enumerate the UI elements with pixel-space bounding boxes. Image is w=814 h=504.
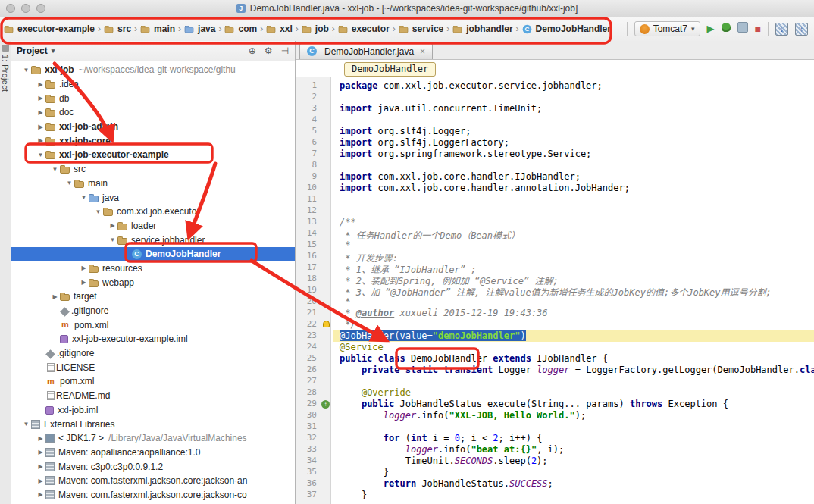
code-line-20[interactable]: 20 *	[296, 296, 814, 308]
breadcrumb-item-java[interactable]: java	[182, 22, 218, 36]
code-line-3[interactable]: 3import java.util.concurrent.TimeUnit;	[296, 103, 814, 114]
code-line-7[interactable]: 7import org.springframework.stereotype.S…	[296, 149, 814, 160]
chevron-closed-icon[interactable]: ▶	[36, 81, 45, 88]
code-line-32[interactable]: 32 for (int i = 0; i < 2; i++) {	[296, 433, 814, 444]
tree-item-maven-com-fasterxml-jackson-core-jackson-an[interactable]: ▶Maven: com.fasterxml.jackson.core:jacks…	[11, 474, 295, 488]
tree-item-com-xxl-job-executor[interactable]: ▼com.xxl.job.executor	[11, 205, 295, 219]
locate-icon[interactable]: ⊕	[249, 45, 256, 56]
breadcrumb-item-executor-example[interactable]: executor-example	[2, 22, 97, 36]
tree-item-resources[interactable]: ▶resources	[11, 261, 295, 276]
chevron-closed-icon[interactable]: ▶	[50, 293, 60, 300]
tree-item-demojobhandler[interactable]: CDemoJobHandler	[11, 247, 295, 261]
tree-item-xxl-job-core[interactable]: ▶xxl-job-core	[11, 133, 295, 148]
code-line-31[interactable]: 31	[296, 421, 814, 433]
chevron-closed-icon[interactable]: ▶	[36, 109, 45, 116]
tree-item-gitignore[interactable]: .gitignore	[11, 346, 295, 361]
tree-item-xxl-job[interactable]: ▼xxl-job~/workspaces/idea-git-workspace/…	[11, 63, 295, 77]
chevron-open-icon[interactable]: ▼	[108, 236, 117, 243]
tree-item-target[interactable]: ▶target	[11, 290, 295, 304]
tree-item-maven-c3p0-c3p0-0-9-1-2[interactable]: ▶Maven: c3p0:c3p0:0.9.1.2	[11, 459, 295, 474]
debug-button[interactable]	[722, 23, 731, 35]
code-line-27[interactable]: 27	[296, 376, 814, 387]
tree-item-xxl-job-executor-example-iml[interactable]: xxl-job-executor-example.iml	[11, 332, 295, 346]
tree-item-xxl-job-admin[interactable]: ▶xxl-job-admin	[11, 120, 295, 134]
code-line-33[interactable]: 33 logger.info("beat at:{}", i);	[296, 444, 814, 455]
project-tool-button[interactable]: 1: Project	[1, 55, 10, 92]
tree-item-external-libraries[interactable]: ▼External Libraries	[11, 417, 295, 431]
chevron-closed-icon[interactable]: ▶	[36, 435, 45, 442]
code-line-13[interactable]: 13/**	[296, 217, 814, 228]
tree-item-jdk1-7[interactable]: ▶< JDK1.7 >/Library/Java/JavaVirtualMach…	[11, 431, 295, 446]
code-line-37[interactable]: 37 }	[296, 490, 814, 501]
code-line-11[interactable]: 11	[296, 194, 814, 205]
code-line-10[interactable]: 10import com.xxl.job.core.handler.annota…	[296, 183, 814, 194]
code-line-19[interactable]: 19 * 3、加 “@JobHander” 注解, 注解value值为新增任务生…	[296, 285, 814, 296]
override-marker-icon[interactable]: ↑	[321, 400, 330, 409]
breadcrumb-item-xxl[interactable]: xxl	[264, 22, 295, 36]
run-configuration-select[interactable]: Tomcat7 ▾	[634, 21, 700, 36]
close-tab-icon[interactable]: ×	[420, 46, 425, 57]
code-line-23[interactable]: 23@JobHander(value="demoJobHandler")	[296, 330, 814, 342]
tree-item-pom-xml[interactable]: mpom.xml	[11, 318, 295, 332]
chevron-open-icon[interactable]: ▼	[64, 180, 74, 186]
vcs-commit-button[interactable]: ↑	[795, 23, 808, 36]
tree-item-loader[interactable]: ▶loader	[11, 219, 295, 233]
breadcrumb-item-main[interactable]: main	[138, 22, 177, 36]
tree-item-gitignore[interactable]: .gitignore	[11, 304, 295, 318]
editor-breadcrumb-chip[interactable]: DemoJobHandler	[344, 62, 436, 77]
code-line-18[interactable]: 18 * 2、装配到Spring, 例如加 “@Service” 注解;	[296, 274, 814, 285]
chevron-closed-icon[interactable]: ▶	[36, 463, 45, 470]
chevron-closed-icon[interactable]: ▶	[36, 124, 45, 130]
code-line-9[interactable]: 9import com.xxl.job.core.handler.IJobHan…	[296, 171, 814, 183]
code-line-24[interactable]: 24@Service	[296, 342, 814, 353]
chevron-closed-icon[interactable]: ▶	[36, 137, 45, 144]
run-button[interactable]: ▶	[707, 23, 715, 35]
chevron-open-icon[interactable]: ▼	[21, 421, 31, 427]
code-line-17[interactable]: 17 * 1、继承 “IJobHandler” ;	[296, 262, 814, 274]
code-line-21[interactable]: 21 * @author xuxueli 2015-12-19 19:43:36	[296, 308, 814, 319]
chevron-open-icon[interactable]: ▼	[93, 208, 103, 215]
chevron-closed-icon[interactable]: ▶	[108, 222, 117, 229]
project-view-select[interactable]: Project ▾	[17, 45, 55, 56]
code-line-5[interactable]: 5import org.slf4j.Logger;	[296, 126, 814, 137]
gear-icon[interactable]: ⚙	[265, 45, 273, 56]
chevron-closed-icon[interactable]: ▶	[36, 449, 45, 455]
tree-item-maven-aopalliance-aopalliance-1-0[interactable]: ▶Maven: aopalliance:aopalliance:1.0	[11, 446, 295, 460]
tree-item-readme-md[interactable]: README.md	[11, 389, 295, 403]
tool-window-icon[interactable]	[2, 45, 9, 52]
breadcrumb-item-demojobhandler[interactable]: CDemoJobHandler	[520, 22, 613, 36]
tree-item-license[interactable]: LICENSE	[11, 360, 295, 374]
tree-item-maven-com-fasterxml-jackson-core-jackson-co[interactable]: ▶Maven: com.fasterxml.jackson.core:jacks…	[11, 488, 295, 502]
chevron-open-icon[interactable]: ▼	[50, 166, 60, 173]
chevron-closed-icon[interactable]: ▶	[79, 265, 89, 271]
code-line-34[interactable]: 34 TimeUnit.SECONDS.sleep(2);	[296, 455, 814, 467]
code-line-25[interactable]: 25public class DemoJobHandler extends IJ…	[296, 353, 814, 365]
chevron-closed-icon[interactable]: ▶	[36, 491, 45, 498]
tree-item-db[interactable]: ▶db	[11, 91, 295, 105]
chevron-open-icon[interactable]: ▼	[79, 194, 89, 201]
code-line-36[interactable]: 36 return JobHandleStatus.SUCCESS;	[296, 478, 814, 490]
code-line-26[interactable]: 26 private static transient Logger logge…	[296, 365, 814, 376]
chevron-closed-icon[interactable]: ▶	[36, 95, 45, 102]
hide-panel-icon[interactable]: ⊣	[281, 45, 289, 56]
tree-item-webapp[interactable]: ▶webapp	[11, 275, 295, 290]
breadcrumb-item-com[interactable]: com	[222, 22, 259, 36]
tree-item-pom-xml[interactable]: mpom.xml	[11, 374, 295, 389]
tree-item-idea[interactable]: ▶.idea	[11, 77, 295, 92]
breadcrumb-item-executor[interactable]: executor	[336, 22, 392, 36]
stop-button[interactable]: ■	[755, 23, 761, 35]
coverage-button[interactable]	[737, 22, 748, 36]
tab-demojobhandler-java[interactable]: C DemoJobHandler.java ×	[299, 42, 433, 59]
vcs-update-button[interactable]: ↓	[775, 23, 788, 36]
tree-item-src[interactable]: ▼src	[11, 162, 295, 177]
code-line-35[interactable]: 35 }	[296, 467, 814, 478]
breadcrumb-item-job[interactable]: job	[299, 22, 331, 36]
tree-item-doc[interactable]: ▶doc	[11, 105, 295, 120]
tree-item-java[interactable]: ▼java	[11, 190, 295, 205]
code-line-4[interactable]: 4	[296, 114, 814, 126]
code-line-8[interactable]: 8	[296, 160, 814, 171]
code-line-1[interactable]: 1package com.xxl.job.executor.service.jo…	[296, 80, 814, 92]
code-line-15[interactable]: 15 *	[296, 239, 814, 251]
tree-item-service-jobhandler[interactable]: ▼service.jobhandler	[11, 233, 295, 247]
chevron-closed-icon[interactable]: ▶	[79, 279, 89, 286]
